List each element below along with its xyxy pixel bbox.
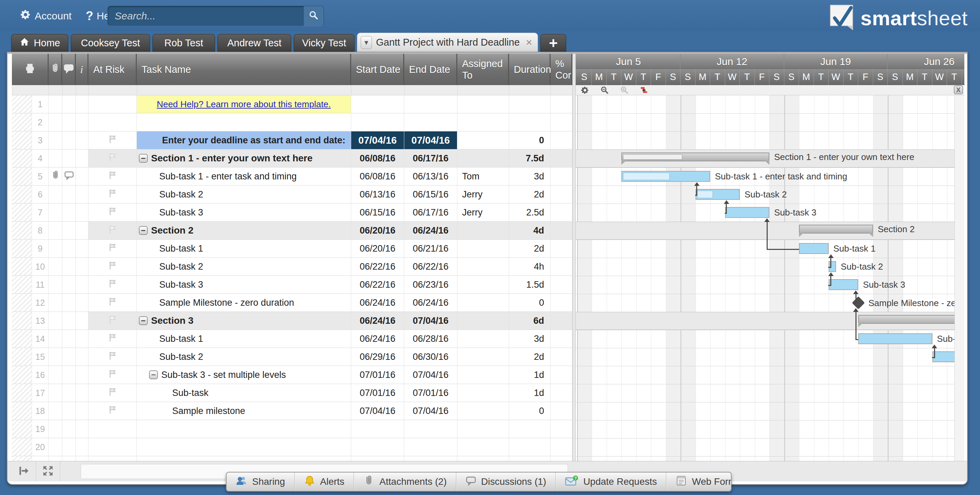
cell-start-date[interactable]: 06/22/16 — [351, 258, 404, 275]
cell-row-number[interactable]: 7 — [32, 204, 49, 221]
cell-row-number[interactable]: 6 — [32, 186, 49, 203]
cell-at-risk[interactable] — [89, 348, 137, 366]
cell-end-date[interactable] — [404, 95, 457, 113]
cell-end-date[interactable] — [404, 113, 457, 131]
cell-comment[interactable] — [62, 186, 76, 203]
cell-at-risk[interactable] — [89, 276, 137, 293]
cell-end-date[interactable]: 07/04/16 — [404, 131, 457, 149]
cell-end-date[interactable]: 06/22/16 — [404, 258, 457, 275]
cell-attachment[interactable] — [49, 131, 62, 149]
cell-at-risk[interactable] — [89, 167, 137, 185]
cell-assigned-to[interactable] — [457, 240, 509, 257]
cell-comment[interactable] — [62, 204, 76, 221]
column-header-task[interactable]: Task Name — [137, 54, 351, 85]
cell-task-name[interactable]: Enter your deadline as start and end dat… — [137, 131, 351, 149]
cell-attachment[interactable] — [49, 438, 62, 456]
cell-attachment[interactable] — [49, 420, 62, 438]
tab-cooksey-test[interactable]: Cooksey Test — [71, 34, 150, 52]
column-header-pct[interactable]: %Cor — [550, 54, 572, 85]
task-bar[interactable] — [829, 261, 836, 272]
cell-pct-complete[interactable] — [550, 240, 572, 257]
cell-start-date[interactable]: 07/01/16 — [351, 366, 404, 384]
at-risk-flag-icon[interactable] — [108, 188, 118, 201]
cell-start-date[interactable]: 06/08/16 — [351, 167, 404, 185]
cell-duration[interactable]: 3d — [509, 167, 550, 185]
cell-attachment[interactable] — [49, 294, 62, 312]
at-risk-flag-icon[interactable] — [108, 261, 118, 273]
cell-assigned-to[interactable] — [457, 276, 509, 293]
cell-at-risk[interactable] — [89, 221, 137, 239]
tab-home[interactable]: Home — [11, 34, 68, 52]
cell-task-name[interactable] — [137, 113, 351, 131]
cell-end-date[interactable]: 07/04/16 — [404, 366, 457, 384]
cell-duration[interactable] — [509, 95, 550, 113]
jump-to-row-button[interactable] — [12, 461, 36, 481]
cell-duration[interactable]: 0 — [509, 294, 550, 312]
task-bar[interactable] — [621, 171, 710, 182]
cell-task-name[interactable]: −Section 3 — [137, 312, 351, 329]
cell-pct-complete[interactable] — [550, 221, 572, 239]
cell-pct-complete[interactable] — [550, 276, 572, 293]
cell-at-risk[interactable] — [89, 330, 137, 348]
cell-comment[interactable] — [62, 131, 76, 149]
cell-assigned-to[interactable] — [457, 348, 509, 366]
cell-comment[interactable] — [62, 113, 76, 131]
cell-task-name[interactable]: Sub-task 2 — [137, 348, 351, 366]
cell-pct-complete[interactable] — [550, 294, 572, 312]
cell-pct-complete[interactable] — [550, 438, 572, 456]
cell-at-risk[interactable] — [89, 420, 137, 438]
cell-attachment[interactable] — [49, 384, 62, 402]
cell-pct-complete[interactable] — [550, 131, 572, 149]
at-risk-flag-icon[interactable] — [108, 170, 118, 183]
footer-button-sharing[interactable]: Sharing — [227, 473, 295, 491]
cell-duration[interactable] — [509, 438, 550, 456]
cell-pct-complete[interactable] — [550, 167, 572, 185]
critical-path-icon[interactable] — [638, 86, 650, 95]
cell-pct-complete[interactable] — [550, 150, 572, 167]
cell-at-risk[interactable] — [89, 312, 137, 329]
cell-row-number[interactable]: 15 — [32, 348, 49, 366]
column-header-comment[interactable] — [62, 54, 76, 85]
cell-start-date[interactable]: 06/22/16 — [351, 276, 404, 293]
cell-assigned-to[interactable] — [457, 221, 509, 239]
at-risk-flag-icon[interactable] — [108, 296, 118, 309]
cell-assigned-to[interactable]: Jerry — [457, 186, 509, 203]
cell-start-date[interactable] — [351, 95, 404, 113]
new-tab-button[interactable]: + — [540, 34, 566, 52]
cell-at-risk[interactable] — [89, 150, 137, 167]
cell-comment[interactable] — [62, 402, 76, 420]
cell-task-name[interactable]: Sub-task 1 — [137, 240, 351, 257]
summary-bar[interactable] — [621, 153, 769, 161]
cell-task-name[interactable]: Sub-task 1 - enter task and timing — [137, 167, 351, 185]
cell-duration[interactable]: 6d — [509, 312, 550, 329]
cell-assigned-to[interactable] — [457, 294, 509, 312]
cell-comment[interactable] — [62, 330, 76, 348]
cell-assigned-to[interactable] — [457, 384, 509, 402]
at-risk-flag-icon[interactable] — [108, 405, 118, 417]
cell-row-number[interactable]: 16 — [32, 366, 49, 384]
cell-start-date[interactable] — [351, 420, 404, 438]
cell-pct-complete[interactable] — [550, 204, 572, 221]
cell-task-name[interactable]: Sub-task 2 — [137, 258, 351, 275]
cell-comment[interactable] — [62, 240, 76, 257]
cell-row-number[interactable]: 19 — [32, 420, 49, 438]
at-risk-flag-icon[interactable] — [108, 333, 118, 345]
cell-pct-complete[interactable] — [550, 402, 572, 420]
column-header-attach[interactable] — [49, 54, 62, 85]
cell-at-risk[interactable] — [89, 402, 137, 420]
cell-assigned-to[interactable] — [457, 95, 509, 113]
cell-duration[interactable]: 2d — [509, 348, 550, 366]
column-header-end[interactable]: End Date — [404, 54, 457, 85]
cell-row-number[interactable]: 3 — [32, 131, 49, 149]
at-risk-flag-icon[interactable] — [108, 351, 118, 363]
footer-button-attachments-2-[interactable]: Attachments (2) — [354, 473, 456, 491]
cell-at-risk[interactable] — [89, 366, 137, 384]
cell-end-date[interactable]: 06/24/16 — [404, 294, 457, 312]
cell-duration[interactable]: 0 — [509, 131, 550, 149]
column-header-duration[interactable]: Duration — [509, 54, 550, 85]
at-risk-flag-icon[interactable] — [108, 152, 118, 165]
cell-duration[interactable]: 4d — [509, 221, 550, 239]
cell-assigned-to[interactable] — [457, 312, 509, 329]
cell-row-number[interactable]: 13 — [32, 312, 49, 329]
gantt-close-button[interactable]: X — [954, 86, 963, 94]
